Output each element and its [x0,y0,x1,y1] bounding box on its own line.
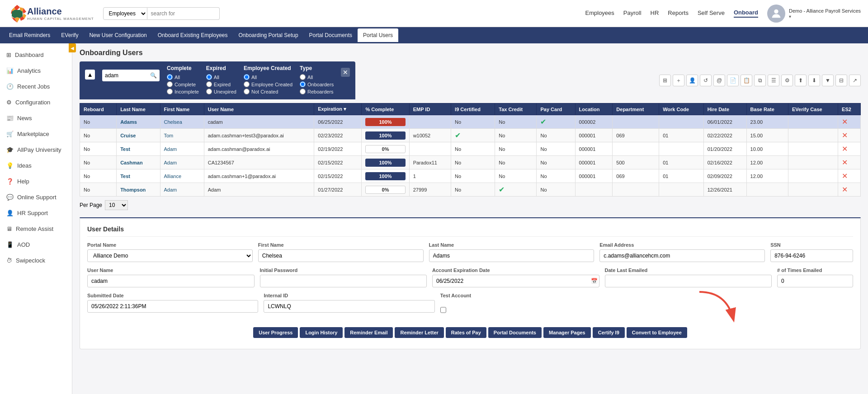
sidebar-collapse-btn[interactable]: ◀ [69,43,76,52]
login-history-button[interactable]: Login History [300,327,343,338]
reminder-email-button[interactable]: Reminder Email [344,327,393,338]
filter-complete-incomplete[interactable]: Incomplete [167,89,199,94]
toolbar-add-btn[interactable]: ＋ [673,75,684,86]
sidebar-item-configuration[interactable]: ⚙ Configuration [0,94,72,110]
tab-everify[interactable]: EVerify [56,28,84,42]
filter-type-all[interactable]: All [300,74,334,80]
nav-hr[interactable]: HR [651,9,659,17]
table-row[interactable]: No Adams Chelsea cadam 06/25/2022 100% N… [80,115,861,129]
sidebar: ◀ ⊞ Dashboard 📊 Analytics 🕐 Recent Jobs … [0,43,72,394]
sidebar-item-help[interactable]: ❓ Help [0,174,72,189]
tab-portal-documents[interactable]: Portal Documents [304,28,358,42]
sidebar-item-online-support[interactable]: 💬 Online Support [0,189,72,205]
remove-icon[interactable]: ✕ [842,118,848,126]
sidebar-item-analytics[interactable]: 📊 Analytics [0,63,72,79]
toolbar-grid-btn[interactable]: ⊞ [659,75,671,86]
convert-to-employee-button[interactable]: Convert to Employee [627,327,687,338]
sidebar-item-remote-assist[interactable]: 🖥 Remote Assist [0,221,72,237]
nav-payroll[interactable]: Payroll [623,9,642,17]
tab-onboarding-portal-setup[interactable]: Onboarding Portal Setup [233,28,304,42]
toolbar-filter-btn[interactable]: ▼ [822,75,834,86]
filter-complete-all[interactable]: All [167,74,199,80]
last-name-input[interactable] [429,249,594,262]
sidebar-item-news[interactable]: 📰 News [0,110,72,126]
user-area[interactable]: Demo - Alliance Payroll Services ▾ [767,5,861,23]
tab-email-reminders[interactable]: Email Reminders [4,28,56,42]
toolbar-clipboard-btn[interactable]: 📋 [741,75,752,86]
portal-name-select[interactable]: Alliance Demo [87,249,253,262]
date-emailed-input[interactable] [605,275,772,287]
toolbar-list-btn[interactable]: ☰ [768,75,779,86]
toolbar-upload-btn[interactable]: ⬆ [795,75,807,86]
nav-onboard[interactable]: Onboard [734,9,758,18]
table-row[interactable]: No Test Adam adam.cashman@paradox.ai 02/… [80,142,861,156]
toolbar-refresh-btn[interactable]: ↺ [700,75,712,86]
username-input[interactable] [87,275,255,287]
tab-onboard-existing[interactable]: Onboard Existing Employees [152,28,233,42]
per-page-select[interactable]: 10 25 50 100 [105,200,128,210]
reminder-letter-button[interactable]: Reminder Letter [395,327,443,338]
internal-id-input[interactable] [264,300,434,313]
email-input[interactable] [599,249,765,262]
ssn-input[interactable] [770,249,853,262]
sidebar-item-allpay-university[interactable]: 🎓 AllPay University [0,142,72,158]
filter-expired-all[interactable]: All [206,74,236,80]
toolbar-export-btn[interactable]: ↗ [849,75,861,86]
toolbar-user-btn[interactable]: 👤 [686,75,698,86]
sidebar-item-ideas[interactable]: 💡 Ideas [0,158,72,174]
filter-expired-unexpired[interactable]: Unexpired [206,89,236,94]
manager-pages-button[interactable]: Manager Pages [543,327,591,338]
test-account-checkbox[interactable] [440,304,446,316]
filter-close-btn[interactable]: ✕ [341,68,350,77]
filter-type-onboarders[interactable]: Onboarders [300,81,334,87]
submitted-input[interactable] [87,300,258,313]
toolbar-download-btn[interactable]: ⬇ [808,75,820,86]
filter-ec-all[interactable]: All [244,74,292,80]
nav-reports[interactable]: Reports [668,9,689,17]
table-row[interactable]: No Cruise Tom adam.cashman+test3@paradox… [80,129,861,142]
rates-of-pay-button[interactable]: Rates of Pay [446,327,486,338]
filter-ec-created[interactable]: Employee Created [244,81,292,87]
sidebar-item-dashboard[interactable]: ⊞ Dashboard [0,47,72,63]
filter-expired-expired[interactable]: Expired [206,81,236,87]
sidebar-item-recent-jobs[interactable]: 🕐 Recent Jobs [0,79,72,94]
nav-selfserve[interactable]: Self Serve [698,9,725,17]
expiration-input[interactable] [432,275,599,287]
toolbar-doc-btn[interactable]: 📄 [727,75,739,86]
remove-icon[interactable]: ✕ [842,159,848,166]
remove-icon[interactable]: ✕ [842,145,848,153]
sidebar-item-marketplace[interactable]: 🛒 Marketplace [0,126,72,142]
calendar-icon[interactable]: 📅 [591,278,598,284]
initial-password-input[interactable] [260,275,427,287]
search-input[interactable] [147,7,220,20]
toolbar-settings-btn[interactable]: ⚙ [781,75,793,86]
table-row[interactable]: No Thompson Adam Adam 01/27/2022 0% 2799… [80,183,861,197]
filter-type-reboarders[interactable]: Reboarders [300,89,334,94]
marketplace-icon: 🛒 [6,131,14,137]
times-emailed-input[interactable] [777,275,853,287]
nav-employees[interactable]: Employees [585,9,614,17]
tab-portal-users[interactable]: Portal Users [358,28,398,42]
toolbar-columns-btn[interactable]: ⊟ [835,75,847,86]
certify-i9-button[interactable]: Certify I9 [593,327,625,338]
sidebar-item-hr-support[interactable]: 👤 HR Support [0,205,72,221]
filter-complete-complete[interactable]: Complete [167,81,199,87]
remove-icon[interactable]: ✕ [842,131,848,139]
remove-icon[interactable]: ✕ [842,172,848,180]
filter-ec-not-created[interactable]: Not Created [244,89,292,94]
remove-icon[interactable]: ✕ [842,186,848,193]
table-row[interactable]: No Test Alliance adam.cashman+1@paradox.… [80,169,861,183]
toolbar-copy-btn[interactable]: ⧉ [754,75,766,86]
tab-new-user-config[interactable]: New User Configuration [84,28,152,42]
portal-documents-button[interactable]: Portal Documents [488,327,542,338]
filter-collapse-btn[interactable]: ▲ [85,70,95,80]
first-name-input[interactable] [258,249,424,262]
table-row[interactable]: No Cashman Adam CA1234567 02/15/2022 100… [80,156,861,169]
search-category-select[interactable]: Employees [103,7,147,20]
filter-search-input[interactable] [105,72,150,79]
user-progress-button[interactable]: User Progress [253,327,298,338]
sidebar-item-aod[interactable]: 📱 AOD [0,237,72,253]
col-expiration[interactable]: Expiration ▾ [314,103,362,115]
toolbar-at-btn[interactable]: @ [713,75,725,86]
sidebar-item-swipeclock[interactable]: ⏱ Swipeclock [0,253,72,268]
